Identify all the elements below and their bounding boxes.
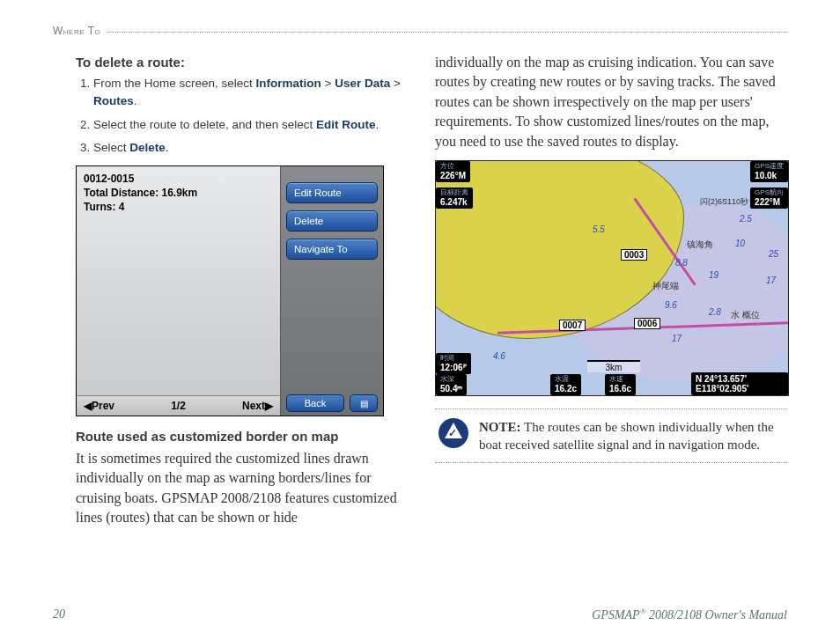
prev-button[interactable]: ◀Prev [84,400,114,412]
custom-border-paragraph: It is sometimes required the customized … [76,449,405,528]
place-water: 水 概位 [731,309,760,321]
manual-title: GPSMAP® 2008/2108 Owner's Manual [592,607,787,622]
menu-icon: ▤ [360,399,368,408]
turns-count: Turns: 4 [84,200,273,214]
sounding: 4.6 [493,351,505,361]
step-1: From the Home screen, select Information… [93,75,405,111]
custom-border-heading: Route used as customized border on map [76,429,405,444]
navigate-to-button[interactable]: Navigate To [286,239,378,260]
delete-route-steps: From the Home screen, select Information… [53,75,405,157]
header-rule [107,32,787,33]
sounding: 9.6 [665,300,677,310]
heading-readout: 方位226°M [436,161,470,182]
position-readout: N 24°13.657'E118°02.905' [691,372,788,395]
pager-bar: ◀Prev 1/2 Next▶ [77,395,280,416]
water-speed-readout: 水速16.6c [605,374,636,395]
back-button[interactable]: Back [286,394,344,412]
water-temp-readout: 水温16.2c [550,374,581,395]
page-indicator: 1/2 [171,400,186,412]
delete-button[interactable]: Delete [286,210,378,232]
light-label: 闪(2)6S110秒 [700,196,748,208]
gps-speed-readout: GPS速度10.0k [750,161,788,182]
gps-heading-readout: GPS航向222°M [750,188,788,209]
page-number: 20 [53,607,65,622]
section-header: Where To [53,25,107,37]
step-3: Select Delete. [93,139,405,157]
route-info-panel: 0012-0015 Total Distance: 16.9km Turns: … [77,166,281,416]
menu-button[interactable]: ▤ [350,394,378,412]
place-shenwei: 神尾端 [652,280,679,292]
waypoint-0007[interactable]: 0007 [559,320,586,331]
time-readout: 时间12:06ᴾ [436,353,471,374]
dest-distance-readout: 目标距离6.247k [436,188,473,209]
sounding: 19 [709,270,718,280]
sounding: 8.8 [675,258,688,268]
sounding: 17 [766,276,776,285]
sounding: 25 [769,249,778,259]
place-zhenhai: 镇海角 [687,239,713,251]
edit-route-button[interactable]: Edit Route [286,182,378,203]
next-button[interactable]: Next▶ [242,400,273,412]
waypoint-0006[interactable]: 0006 [634,318,660,329]
note-text: NOTE: The routes can be shown individual… [479,418,784,454]
step-2: Select the route to delete, and then sel… [93,116,405,134]
sounding: 10 [735,239,745,248]
page-footer: 20 GPSMAP® 2008/2108 Owner's Manual [53,601,787,640]
note-block: NOTE: The routes can be shown individual… [435,408,787,464]
route-actions-sidebar: Edit Route Delete Navigate To Back ▤ [281,166,383,416]
note-icon [438,418,468,448]
sounding: 2.5 [740,214,752,224]
scale-bar: 3km [587,360,640,372]
depth-readout: 水深50.4ᵐ [436,374,467,395]
sounding: 17 [672,334,682,343]
continuation-paragraph: individually on the map as cruising indi… [435,53,787,151]
sounding: 5.5 [593,224,605,234]
sounding: 2.8 [709,307,721,317]
delete-route-heading: To delete a route: [76,55,405,70]
waypoint-0003[interactable]: 0003 [621,249,647,261]
route-list-screenshot: 0012-0015 Total Distance: 16.9km Turns: … [76,166,384,416]
map-screenshot: 方位226°M 目标距离6.247k GPS速度10.0k GPS航向222°M… [435,160,789,396]
route-id: 0012-0015 [84,172,273,186]
total-distance: Total Distance: 16.9km [84,186,273,200]
